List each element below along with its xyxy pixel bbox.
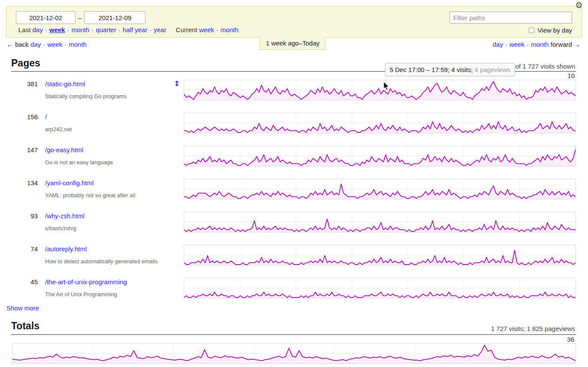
page-path-link[interactable]: /go-easy.html [45,146,174,154]
page-sparkline-chart[interactable] [184,245,576,265]
tooltip-main-text: 5 Dec 17:00 – 17:59; 4 visits; [390,66,473,73]
nav-back-link-month[interactable]: month [69,41,87,48]
view-by-day-checkbox[interactable] [529,27,534,33]
date-end-input[interactable] [84,11,145,24]
view-by-day-control: View by day [529,27,572,34]
view-by-day-label: View by day [537,27,572,34]
page-path-link[interactable]: /static-go.html [45,80,174,88]
sparkline-svg [184,245,576,265]
dot-separator: · [43,41,45,48]
totals-divider [11,334,576,335]
date-range-row: – [16,11,145,24]
filter-paths-input[interactable] [449,12,572,24]
forward-arrow-icon: → [574,41,580,48]
page-path-link[interactable]: /why-zsh.html [45,212,174,220]
period-link-week[interactable]: week [49,26,65,33]
page-title-text: Statically compiling Go programs [45,93,174,100]
page-title-text: arp242.net [45,126,174,133]
page-path-link[interactable]: / [45,113,174,121]
nav-forward-link-month[interactable]: month [531,41,549,48]
nav-back-link-week[interactable]: week [47,41,62,48]
nav-forward-link-day[interactable]: day [493,41,503,48]
dot-separator: · [67,26,69,33]
page-row: 381/static-go.htmlStatically compiling G… [11,80,576,100]
page-sparkline-chart[interactable] [184,146,576,166]
page-visit-count: 93 [11,212,38,232]
page-visit-count: 156 [11,113,38,133]
page-path-link[interactable]: /autoreply.html [45,245,174,253]
scale-slot [174,113,184,133]
tooltip-pageviews-text: 4 pageviews [475,66,510,73]
period-link-half-year[interactable]: half year [123,26,148,33]
forward-label: forward [551,41,572,48]
page-visit-count: 147 [11,146,38,166]
page-visit-count: 381 [11,80,38,100]
page-sparkline-chart[interactable] [184,212,576,232]
page-sparkline-chart[interactable] [184,278,576,298]
page-sparkline-chart[interactable] [184,179,576,199]
current-link-month[interactable]: month [221,26,239,33]
nav-back-group: ← back day·week·month [7,41,87,48]
page-visit-count: 45 [11,278,38,298]
scale-toggle-icon[interactable]: ↕ [174,79,180,88]
show-more-link[interactable]: Show more [6,304,39,312]
last-period-links: day·week·month·quarter·half year·year [33,26,167,33]
period-link-day[interactable]: day [33,26,43,33]
back-label: back [15,41,29,48]
period-link-year[interactable]: year [154,26,166,33]
sparkline-svg [184,212,576,232]
page-row: 147/go-easy.htmlGo is not an easy langua… [11,146,576,166]
dot-separator: · [45,26,47,33]
current-link-week[interactable]: week [199,26,214,33]
page-title-text: s/bash/zsh/g [45,225,174,232]
page-visit-count: 134 [11,179,38,199]
totals-summary: 1 727 visits; 1 825 pageviews [491,325,575,332]
period-link-quarter[interactable]: quarter [96,26,116,33]
page-meta: /go-easy.htmlGo is not an easy language [45,146,174,166]
nav-back-link-day[interactable]: day [30,41,41,48]
settings-gear-icon[interactable]: ⚙ [575,0,583,10]
page-title-text: YAML: probably not so great after all [45,192,174,199]
nav-forward-links: day·week·month [493,41,549,48]
totals-ymax-label: 36 [567,336,574,343]
date-range-separator: – [78,14,82,21]
page-path-link[interactable]: /the-art-of-unix-programming [45,278,174,286]
period-link-month[interactable]: month [71,26,89,33]
dot-separator: · [527,41,529,48]
page-row: 74/autoreply.htmlHow to detect automatic… [11,245,576,265]
nav-forward-group: day·week·month forward → [493,41,580,48]
dot-separator: · [149,26,152,33]
date-start-input[interactable] [16,11,76,24]
page-sparkline-chart[interactable]: 10 [184,80,576,100]
page-sparkline-chart[interactable] [184,113,576,133]
sparkline-svg [184,146,576,166]
page-path-link[interactable]: /yaml-config.html [45,179,174,187]
totals-chart[interactable] [12,343,576,364]
page-visit-count: 74 [11,245,38,265]
scale-slot: ↕ [174,80,184,100]
nav-back-links: day·week·month [30,41,87,48]
pages-heading: Pages [11,57,40,69]
last-label: Last [18,26,30,33]
dot-separator: · [216,26,218,33]
scale-slot [174,212,184,232]
scale-slot [174,245,184,265]
scale-slot [174,146,184,166]
nav-forward-link-week[interactable]: week [509,41,524,48]
page-meta: /autoreply.htmlHow to detect automatical… [45,245,174,265]
page-title-text: How to detect automatically generated em… [45,258,174,265]
chart-hover-tooltip: 5 Dec 17:00 – 17:59; 4 visits; 4 pagevie… [385,63,515,76]
page-meta: /arp242.net [45,113,174,133]
scale-slot [174,278,184,298]
sparkline-svg [184,278,576,298]
sparkline-svg [184,80,576,100]
page-row: 93/why-zsh.htmls/bash/zsh/g [11,212,576,232]
dot-separator: · [91,26,94,33]
quick-period-line: Last day·week·month·quarter·half year·ye… [18,26,239,33]
pages-rows: 381/static-go.htmlStatically compiling G… [11,80,576,311]
page-meta: /yaml-config.htmlYAML: probably not so g… [45,179,174,199]
pages-ymax-label: 10 [567,72,575,79]
dot-separator: · [64,41,67,48]
page-title-text: The Art of Unix Programming [45,291,174,298]
page-title-text: Go is not an easy language [45,159,174,166]
